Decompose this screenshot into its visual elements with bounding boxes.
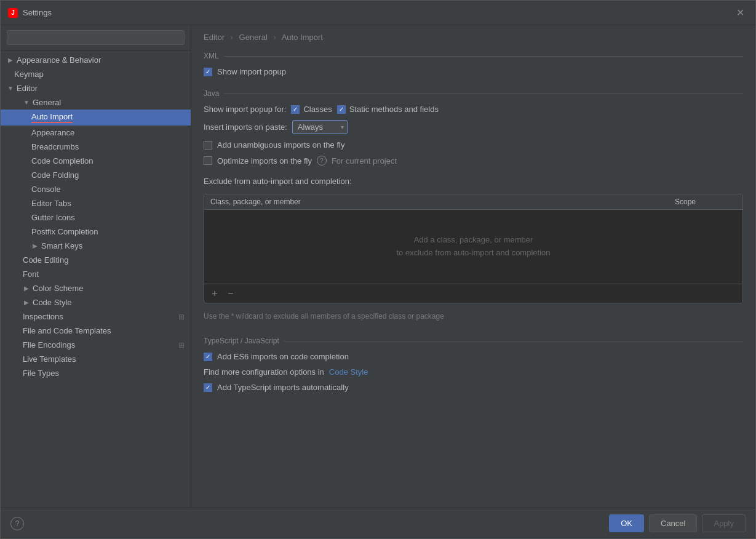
sidebar-tree: ▶ Appearance & Behavior Keymap ▼ Editor … [1,50,191,508]
sidebar-item-label: Live Templates [23,354,76,364]
apply-button[interactable]: Apply [702,514,746,532]
sidebar-item-keymap[interactable]: Keymap [1,67,191,81]
sidebar-item-inspections[interactable]: Inspections ⊞ [1,309,191,324]
sidebar-item-color-scheme[interactable]: ▶ Color Scheme [1,281,191,295]
bottom-buttons: OK Cancel Apply [609,514,746,532]
exclude-section-header: Exclude from auto-import and completion: [204,174,743,189]
sidebar-item-gutter-icons[interactable]: Gutter Icons [1,210,191,225]
sidebar-item-file-types[interactable]: File Types [1,366,191,380]
table-header: Class, package, or member Scope [204,194,742,210]
sidebar-item-breadcrumbs[interactable]: Breadcrumbs [1,140,191,154]
sidebar-item-label: Appearance & Behavior [17,55,101,65]
sidebar-item-label: Console [31,185,61,194]
show-import-popup-checkbox[interactable] [204,68,212,76]
insert-imports-dropdown[interactable]: Always Ask Never [292,120,348,134]
sidebar-item-label: Editor Tabs [31,199,71,208]
settings-icon: ⊞ [178,313,185,321]
add-typescript-checkbox[interactable] [204,383,212,392]
find-more-row: Find more configuration options in Code … [204,364,743,380]
sidebar-item-smart-keys[interactable]: ▶ Smart Keys [1,239,191,253]
add-exclude-button[interactable]: + [208,287,221,300]
add-unambiguous-checkbox[interactable] [204,141,212,150]
table-body: Add a class, package, or member to exclu… [204,210,742,284]
title-bar-left: J Settings [8,8,52,18]
sidebar-item-console[interactable]: Console [1,182,191,196]
sidebar-item-appearance[interactable]: Appearance [1,126,191,140]
classes-checkbox-group: Classes [291,105,332,114]
close-button[interactable]: ✕ [733,6,748,20]
sidebar-item-label: Color Scheme [33,284,83,293]
ok-button[interactable]: OK [609,514,644,532]
table-col1-header: Class, package, or member [210,198,675,206]
bottom-left: ? [10,517,24,530]
optimize-imports-checkbox[interactable] [204,156,212,165]
breadcrumb: Editor › General › Auto Import [191,25,755,47]
sidebar-item-general[interactable]: ▼ General [1,95,191,110]
add-es6-row: Add ES6 imports on code completion [204,349,743,364]
sidebar-item-code-folding[interactable]: Code Folding [1,168,191,182]
settings-icon: ⊞ [178,341,185,349]
sidebar-item-label: Appearance [31,128,74,137]
chevron-down-icon: ▼ [23,99,30,106]
insert-imports-row: Insert imports on paste: Always Ask Neve… [204,117,743,137]
show-import-popup-for-label: Show import popup for: [204,105,286,114]
chevron-right-icon: ▶ [23,285,30,292]
sidebar-item-auto-import[interactable]: Auto Import [1,110,191,126]
sidebar-item-label: Gutter Icons [31,213,75,222]
optimize-imports-row: Optimize imports on the fly ? For curren… [204,153,743,169]
sidebar-item-appearance-behavior[interactable]: ▶ Appearance & Behavior [1,53,191,67]
insert-imports-label: Insert imports on paste: [204,122,287,132]
sidebar-item-label: Code Style [33,298,72,307]
sidebar-item-label: File Types [23,369,59,378]
show-import-popup-row: Show import popup [204,64,743,79]
classes-label: Classes [303,105,332,114]
sidebar-item-label: Smart Keys [41,241,82,250]
static-methods-checkbox[interactable] [337,105,346,114]
java-section-label: Java [204,84,743,102]
sidebar-item-file-encodings[interactable]: File Encodings ⊞ [1,338,191,352]
classes-checkbox[interactable] [291,105,300,114]
for-current-project-label: For current project [332,156,397,166]
sidebar-item-live-templates[interactable]: Live Templates [1,352,191,366]
sidebar-item-editor[interactable]: ▼ Editor [1,81,191,95]
typescript-section-label: TypeScript / JavaScript [204,332,743,349]
help-icon[interactable]: ? [317,156,327,166]
sidebar: ▶ Appearance & Behavior Keymap ▼ Editor … [1,25,191,508]
xml-section-label: XML [204,47,743,64]
sidebar-item-label: File Encodings [23,340,75,349]
search-input[interactable] [7,30,185,45]
sidebar-item-label: Editor [17,84,38,93]
remove-exclude-button[interactable]: − [224,287,237,300]
add-typescript-row: Add TypeScript imports automatically [204,380,743,395]
sidebar-item-label: Code Completion [31,156,93,166]
help-button[interactable]: ? [10,517,24,530]
search-box [1,25,191,50]
sidebar-item-label: General [33,98,61,107]
sidebar-item-editor-tabs[interactable]: Editor Tabs [1,196,191,210]
table-placeholder: Add a class, package, or member to exclu… [396,234,550,260]
cancel-button[interactable]: Cancel [649,514,697,532]
auto-import-label: Auto Import [31,112,73,123]
table-actions: + − [204,284,742,303]
find-more-label: Find more configuration options in [204,367,324,377]
sidebar-item-label: Breadcrumbs [31,142,79,151]
sidebar-item-label: File and Code Templates [23,326,111,335]
sidebar-item-code-editing[interactable]: Code Editing [1,253,191,267]
add-es6-checkbox[interactable] [204,353,212,361]
bottom-bar: ? OK Cancel Apply [1,508,755,538]
add-es6-label: Add ES6 imports on code completion [217,352,349,361]
add-unambiguous-row: Add unambiguous imports on the fly [204,137,743,153]
sidebar-item-label: Font [23,270,39,279]
sidebar-item-font[interactable]: Font [1,267,191,281]
table-col2-header: Scope [675,198,736,206]
sidebar-item-file-code-templates[interactable]: File and Code Templates [1,324,191,338]
breadcrumb-sep2: › [273,33,276,42]
add-unambiguous-label: Add unambiguous imports on the fly [217,140,344,150]
sidebar-item-postfix-completion[interactable]: Postfix Completion [1,225,191,239]
sidebar-item-code-completion[interactable]: Code Completion [1,154,191,168]
code-style-link[interactable]: Code Style [329,367,368,377]
breadcrumb-editor: Editor [204,33,225,42]
sidebar-item-label: Code Folding [31,170,79,180]
static-methods-checkbox-group: Static methods and fields [337,105,439,114]
sidebar-item-code-style[interactable]: ▶ Code Style [1,295,191,309]
